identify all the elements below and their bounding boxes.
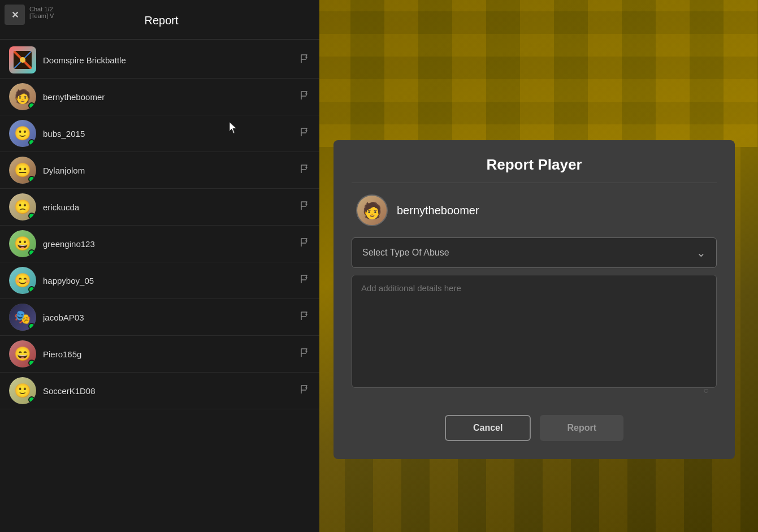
close-icon: ✕ — [11, 10, 19, 20]
player-name: bernytheboomer — [43, 92, 299, 102]
report-flag-icon[interactable] — [299, 237, 310, 251]
report-flag-icon[interactable] — [299, 310, 310, 325]
game-icon — [9, 46, 36, 73]
dialog-avatar: 🧑 — [356, 194, 388, 226]
online-indicator — [28, 286, 35, 293]
report-submit-button[interactable]: Report — [540, 415, 623, 441]
list-item[interactable]: 🎭 jacobAP03 — [0, 299, 319, 336]
player-name: SoccerK1D08 — [43, 386, 299, 396]
avatar: 🧑 — [9, 83, 36, 110]
list-item[interactable]: 😀 greengino123 — [0, 226, 319, 262]
cancel-button[interactable]: Cancel — [445, 415, 531, 441]
list-item[interactable]: 🙁 erickucda — [0, 189, 319, 226]
dialog-buttons: Cancel Report — [352, 415, 717, 441]
online-indicator — [28, 176, 35, 183]
chevron-down-icon: ⌄ — [696, 246, 706, 259]
avatar: 😀 — [9, 230, 36, 257]
abuse-type-select[interactable]: Select Type Of Abuse ⌄ — [352, 237, 717, 268]
avatar: 😄 — [9, 340, 36, 367]
online-indicator — [28, 213, 35, 219]
list-item[interactable]: 🙂 SoccerK1D08 — [0, 373, 319, 409]
player-name: erickucda — [43, 202, 299, 212]
online-indicator — [28, 139, 35, 146]
player-name: Piero165g — [43, 349, 299, 359]
report-flag-icon[interactable] — [299, 347, 310, 361]
report-flag-icon[interactable] — [299, 90, 310, 104]
svg-point-3 — [20, 57, 25, 63]
avatar: 🙂 — [9, 377, 36, 404]
online-indicator — [28, 396, 35, 403]
report-flag-icon[interactable] — [299, 53, 310, 67]
list-item[interactable]: 😊 happyboy_05 — [0, 262, 319, 299]
player-name: Dylanjolom — [43, 166, 299, 175]
avatar: 🙂 — [9, 120, 36, 147]
report-flag-icon[interactable] — [299, 200, 310, 214]
details-textarea[interactable] — [352, 275, 717, 388]
sidebar-title: Report — [33, 14, 290, 27]
close-button[interactable]: ✕ — [5, 5, 25, 25]
game-list-item[interactable]: Doomspire Brickbattle — [0, 42, 319, 79]
avatar: 😊 — [9, 267, 36, 294]
avatar: 🎭 — [9, 304, 36, 331]
list-item[interactable]: 😄 Piero165g — [0, 336, 319, 373]
list-item[interactable]: 😐 Dylanjolom — [0, 152, 319, 189]
online-indicator — [28, 360, 35, 366]
select-label: Select Type Of Abuse — [362, 248, 449, 258]
report-flag-icon[interactable] — [299, 127, 310, 141]
player-name: bubs_2015 — [43, 129, 299, 139]
online-indicator — [28, 249, 35, 256]
player-list: Doomspire Brickbattle 🧑 bernytheboomer — [0, 40, 319, 532]
player-info: 🧑 bernytheboomer — [352, 194, 717, 226]
list-item[interactable]: 🙂 bubs_2015 — [0, 115, 319, 152]
avatar: 🙁 — [9, 193, 36, 220]
details-wrapper — [352, 275, 717, 401]
report-dialog: Report Player 🧑 bernytheboomer Select Ty… — [333, 140, 735, 459]
online-indicator — [28, 102, 35, 109]
report-flag-icon[interactable] — [299, 384, 310, 398]
player-name: jacobAP03 — [43, 313, 299, 322]
dialog-player-name: bernytheboomer — [397, 204, 479, 217]
game-name: Doomspire Brickbattle — [43, 55, 299, 65]
avatar: 😐 — [9, 157, 36, 184]
sidebar-panel: ✕ Chat 1/2 [Team] V ← Report Doomspire B… — [0, 0, 319, 532]
report-flag-icon[interactable] — [299, 163, 310, 178]
chat-tab-label: Chat 1/2 [Team] V — [29, 6, 54, 19]
report-flag-icon[interactable] — [299, 274, 310, 288]
dialog-title: Report Player — [352, 156, 717, 174]
dialog-divider — [352, 183, 717, 183]
player-name: happyboy_05 — [43, 276, 299, 286]
online-indicator — [28, 323, 35, 330]
list-item[interactable]: 🧑 bernytheboomer — [0, 79, 319, 115]
player-name: greengino123 — [43, 239, 299, 249]
